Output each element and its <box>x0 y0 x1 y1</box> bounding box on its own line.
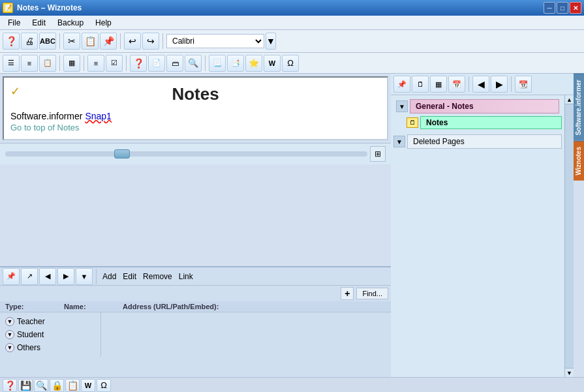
sep4 <box>59 55 60 71</box>
editor-content[interactable]: ✓ Notes Software.informer Snap1 Go to to… <box>3 76 388 140</box>
check-button[interactable]: ☑ <box>106 55 123 72</box>
menu-edit[interactable]: Edit <box>27 17 51 29</box>
zoom-slider[interactable] <box>5 151 367 157</box>
rp-note-btn[interactable]: 🗒 <box>412 76 429 93</box>
link-link[interactable]: Link <box>176 271 196 282</box>
right-panel-toolbar: 📌 🗒 ▦ 📅 ◀ ▶ 📆 <box>391 74 574 95</box>
scroll-up-btn[interactable]: ▲ <box>565 95 574 104</box>
right-scrollbar[interactable]: ▲ ▼ <box>564 95 574 377</box>
link-find-row: + Find... <box>0 286 391 301</box>
cat-others[interactable]: ▼ Others <box>1 341 99 354</box>
tree-notes-item[interactable]: 🗒 Notes <box>407 116 562 129</box>
menu-backup[interactable]: Backup <box>52 17 89 29</box>
cat-student[interactable]: ▼ Student <box>1 328 99 341</box>
maximize-button[interactable]: □ <box>557 2 568 14</box>
link-panel: 📌 ↗ ◀ ▶ ▼ Add Edit Remove Link + Find... <box>0 266 391 377</box>
editor-wrapper: ✓ Notes Software.informer Snap1 Go to to… <box>0 74 391 266</box>
rp-pin-btn[interactable]: 📌 <box>393 76 410 93</box>
toolbar-row-1: ❓ 🖨 ABC ✂ 📋 📌 ↩ ↪ Calibri Arial Times Ne… <box>0 30 584 52</box>
rp-table-btn[interactable]: ▦ <box>430 76 447 93</box>
link-down-button[interactable]: ▼ <box>76 268 93 285</box>
rp-cal-btn[interactable]: 📅 <box>448 76 465 93</box>
wiki-button[interactable]: W <box>264 55 281 72</box>
goto-link[interactable]: Go to top of Notes <box>10 123 380 132</box>
link-fwd-button[interactable]: ▶ <box>57 268 74 285</box>
doc-button[interactable]: 📃 <box>209 55 226 72</box>
link-back-button[interactable]: ◀ <box>39 268 56 285</box>
tree-expand-general[interactable]: ▼ <box>396 100 408 112</box>
notes-label[interactable]: Notes <box>420 116 562 129</box>
sep3 <box>162 33 163 49</box>
cat-label-others: Others <box>17 343 40 352</box>
paste-button[interactable]: 📌 <box>100 33 117 50</box>
help-button[interactable]: ❓ <box>3 33 20 50</box>
menu-help[interactable]: Help <box>90 17 117 29</box>
rp-right-btn[interactable]: ▶ <box>491 76 508 93</box>
link-categories: ▼ Teacher ▼ Student ▼ Others <box>0 312 101 357</box>
status-lock-btn[interactable]: 🔒 <box>50 379 64 392</box>
cut-button[interactable]: ✂ <box>63 33 80 50</box>
doc2-button[interactable]: 📑 <box>227 55 244 72</box>
tree-general-label[interactable]: General - Notes <box>410 99 559 113</box>
wiznotes-tab[interactable]: Wiznotes <box>574 141 584 181</box>
star-button[interactable]: ⭐ <box>245 55 262 72</box>
link-remove[interactable]: Remove <box>140 271 175 282</box>
scroll-down-btn[interactable]: ▼ <box>565 368 574 377</box>
header-address: Address (URL/Path/Embed): <box>123 303 386 310</box>
list-button[interactable]: ☰ <box>3 55 20 72</box>
cat-arrow-teacher: ▼ <box>5 317 14 326</box>
snap1-link[interactable]: Snap1 <box>85 111 111 121</box>
snapshot-button[interactable]: ⊞ <box>370 146 386 162</box>
tree-deleted-label[interactable]: Deleted Pages <box>407 134 562 149</box>
right-tree: ▼ General - Notes 🗒 Notes ▼ <box>391 95 564 377</box>
font-selector[interactable]: Calibri Arial Times New Roman <box>166 34 264 48</box>
status-omega-btn[interactable]: Ω <box>97 379 111 392</box>
list2-button[interactable]: ≡ <box>21 55 38 72</box>
close-button[interactable]: ✕ <box>570 2 581 14</box>
status-save-btn[interactable]: 💾 <box>18 379 33 392</box>
redo-button[interactable]: ↪ <box>142 33 159 50</box>
link-add[interactable]: Add <box>100 271 119 282</box>
title-bar: 📝 Notes – Wiznotes ─ □ ✕ <box>0 0 584 16</box>
tree-expand-deleted[interactable]: ▼ <box>393 136 405 147</box>
sep9 <box>469 76 469 92</box>
side-tabs: Software.informer Wiznotes <box>574 74 584 377</box>
cat-teacher[interactable]: ▼ Teacher <box>1 315 99 328</box>
header-name: Name: <box>64 303 123 310</box>
status-wiki-btn[interactable]: W <box>81 379 95 392</box>
slider-thumb <box>114 149 130 158</box>
search-book-button[interactable]: 🔍 <box>185 55 202 72</box>
copy-button[interactable]: 📋 <box>82 33 99 50</box>
page-button[interactable]: 📄 <box>148 55 165 72</box>
cat-label-teacher: Teacher <box>17 317 45 326</box>
software-informer-tab[interactable]: Software.informer <box>574 74 584 141</box>
link-edit[interactable]: Edit <box>120 271 139 282</box>
rp-cal2-btn[interactable]: 📆 <box>515 76 532 93</box>
cat-arrow-student: ▼ <box>5 330 14 339</box>
help2-button[interactable]: ❓ <box>130 55 147 72</box>
undo-button[interactable]: ↩ <box>124 33 141 50</box>
list4-button[interactable]: 🗃 <box>166 55 183 72</box>
link-find-button[interactable]: Find... <box>356 288 388 299</box>
font-dropdown[interactable]: ▼ <box>266 33 276 50</box>
print-button[interactable]: 🖨 <box>21 33 38 50</box>
status-search-btn[interactable]: 🔍 <box>34 379 48 392</box>
minimize-button[interactable]: ─ <box>544 2 555 14</box>
status-help-btn[interactable]: ❓ <box>3 379 17 392</box>
link-menu: Add Edit Remove Link <box>100 271 196 282</box>
menu-file[interactable]: File <box>3 17 25 29</box>
tree-general-item: ▼ General - Notes 🗒 Notes <box>393 98 562 129</box>
status-copy-btn[interactable]: 📋 <box>65 379 80 392</box>
link-pin-button[interactable]: 📌 <box>3 268 20 285</box>
editor-title: Notes <box>10 84 380 104</box>
toolbar-row-2: ☰ ≡ 📋 ▦ ≡ ☑ ❓ 📄 🗃 🔍 📃 📑 ⭐ W Ω <box>0 52 584 73</box>
cat-label-student: Student <box>17 330 44 339</box>
link-external-button[interactable]: ↗ <box>21 268 38 285</box>
list3-button[interactable]: 📋 <box>39 55 56 72</box>
link-add-button[interactable]: + <box>341 287 354 300</box>
table-button[interactable]: ▦ <box>63 55 80 72</box>
omega-button[interactable]: Ω <box>282 55 299 72</box>
align-button[interactable]: ≡ <box>87 55 104 72</box>
rp-left-btn[interactable]: ◀ <box>472 76 489 93</box>
spellcheck-button[interactable]: ABC <box>39 33 56 50</box>
